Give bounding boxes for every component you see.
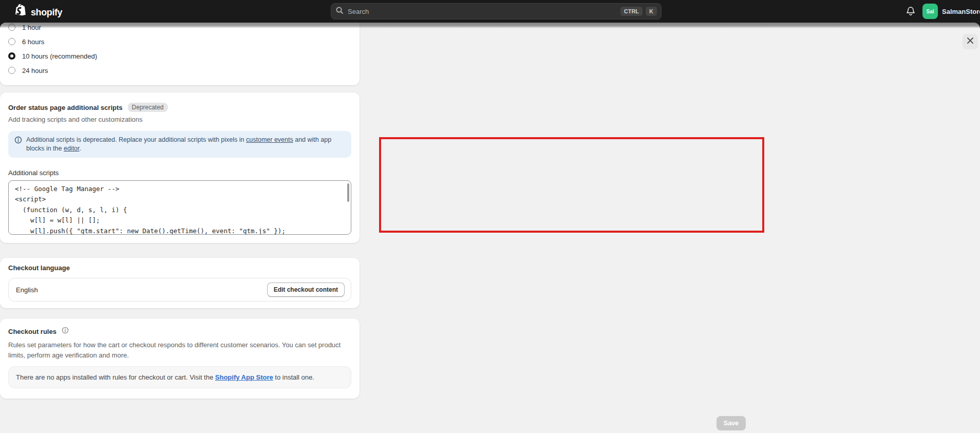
checkout-language-card: Checkout language English Edit checkout … xyxy=(0,258,360,308)
rules-description: Rules set parameters for how the cart or… xyxy=(8,340,341,361)
additional-scripts-card: Order status page additional scripts Dep… xyxy=(0,92,360,243)
edit-checkout-content-button[interactable]: Edit checkout content xyxy=(267,283,345,297)
search-icon xyxy=(335,6,344,16)
customer-events-link[interactable]: customer events xyxy=(246,136,293,143)
section-title: Checkout language xyxy=(8,264,351,272)
notifications-bell-icon[interactable] xyxy=(905,6,916,17)
save-button[interactable]: Save xyxy=(717,416,746,430)
rules-empty-state: There are no apps installed with rules f… xyxy=(8,366,351,388)
avatar: Sal xyxy=(922,4,938,19)
radio-option-24-hours[interactable]: 24 hours xyxy=(8,63,351,78)
kbd-ctrl: CTRL xyxy=(620,7,643,16)
shopify-wordmark: shopify xyxy=(31,7,62,18)
search-placeholder: Search xyxy=(348,8,617,15)
radio-selected-icon xyxy=(8,52,15,60)
close-icon xyxy=(967,37,974,46)
info-icon xyxy=(14,136,22,153)
radio-icon xyxy=(8,24,15,31)
language-value: English xyxy=(16,286,38,294)
info-icon xyxy=(62,327,69,336)
radio-icon xyxy=(8,38,15,45)
banner-text: Additional scripts is deprecated. Replac… xyxy=(26,136,345,153)
section-subtitle: Add tracking scripts and other customiza… xyxy=(8,116,351,123)
shopify-app-store-link[interactable]: Shopify App Store xyxy=(215,373,273,381)
shopify-bag-icon xyxy=(14,4,28,21)
radio-option-10-hours[interactable]: 10 hours (recommended) xyxy=(8,49,351,63)
screen: shopify Search CTRL K Sal SalmanStore xyxy=(0,0,980,433)
radio-option-6-hours[interactable]: 6 hours xyxy=(8,34,351,49)
textarea-scrollbar[interactable] xyxy=(347,183,349,202)
additional-scripts-textarea[interactable]: <!-- Google Tag Manager --> <script> (fu… xyxy=(8,180,351,235)
radio-icon xyxy=(8,67,15,74)
shopify-logo[interactable]: shopify xyxy=(14,4,62,21)
additional-scripts-label: Additional scripts xyxy=(8,169,351,177)
settings-sheet: 1 hour 6 hours 10 hours (recommended) 24… xyxy=(0,23,980,433)
store-name: SalmanStore xyxy=(942,8,980,15)
topbar: shopify Search CTRL K Sal SalmanStore xyxy=(0,0,980,23)
editor-link[interactable]: editor xyxy=(64,145,80,152)
footer-actions: Save xyxy=(386,416,746,430)
radio-option-1-hour[interactable]: 1 hour xyxy=(8,23,351,34)
section-title: Order status page additional scripts xyxy=(8,104,123,111)
section-title: Checkout rules xyxy=(8,328,56,335)
deprecated-badge: Deprecated xyxy=(128,103,168,112)
checkout-rules-card: Checkout rules Rules set parameters for … xyxy=(0,318,360,399)
close-button[interactable] xyxy=(963,34,978,49)
language-row: English Edit checkout content xyxy=(8,278,351,302)
info-banner: Additional scripts is deprecated. Replac… xyxy=(8,131,351,158)
kbd-k: K xyxy=(646,7,657,16)
global-search-input[interactable]: Search CTRL K xyxy=(331,3,662,20)
session-duration-card: 1 hour 6 hours 10 hours (recommended) 24… xyxy=(0,23,360,85)
account-menu[interactable]: Sal SalmanStore xyxy=(922,4,980,19)
